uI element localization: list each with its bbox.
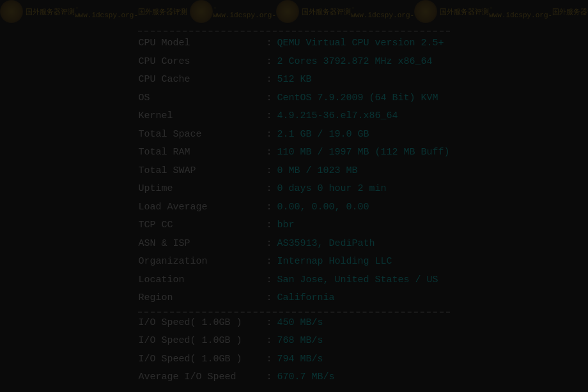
system-info-row: CPU Cores : 2 Cores 3792.872 MHz x86_64 <box>138 53 449 72</box>
row-separator: : <box>266 237 272 252</box>
system-info-row: CPU Model : QEMU Virtual CPU version 2.5… <box>138 34 449 53</box>
row-label: Total RAM <box>138 146 266 160</box>
row-separator: : <box>266 73 272 87</box>
system-info-row: ASN & ISP : AS35913, DediPath <box>138 235 449 253</box>
row-label: OS <box>138 91 266 106</box>
io-speed-row: I/O Speed( 1.0GB ) : 794 MB/s <box>138 351 449 369</box>
row-label: I/O Speed( 1.0GB ) <box>138 316 266 331</box>
row-label: I/O Speed( 1.0GB ) <box>138 334 266 349</box>
row-label: CPU Model <box>138 36 266 51</box>
io-speed-row: I/O Speed( 1.0GB ) : 768 MB/s <box>138 332 449 351</box>
row-value: San Jose, United States / US <box>277 273 438 288</box>
row-value: 2.1 GB / 19.0 GB <box>277 128 369 142</box>
row-label: CPU Cores <box>138 55 266 70</box>
row-label: Uptime <box>138 182 266 197</box>
system-info-row: Total RAM : 110 MB / 1997 MB (112 MB Buf… <box>138 144 449 162</box>
row-value: California <box>277 291 334 306</box>
row-separator: : <box>266 109 272 124</box>
system-info-row: Load Average : 0.00, 0.00, 0.00 <box>138 199 449 217</box>
row-label: Organization <box>138 255 266 269</box>
top-border <box>138 31 449 32</box>
row-label: Location <box>138 273 266 288</box>
system-info-row: CPU Cache : 512 KB <box>138 71 449 89</box>
row-value: AS35913, DediPath <box>277 237 375 252</box>
io-speed-section: I/O Speed( 1.0GB ) : 450 MB/sI/O Speed( … <box>138 314 449 387</box>
row-label: ASN & ISP <box>138 237 266 252</box>
row-separator: : <box>266 128 272 142</box>
system-info-row: Total SWAP : 0 MB / 1023 MB <box>138 162 449 181</box>
system-info-row: Organization : Internap Holding LLC <box>138 253 449 271</box>
row-separator: : <box>266 218 272 233</box>
row-value: 4.9.215-36.el7.x86_64 <box>277 109 398 124</box>
row-separator: : <box>266 55 272 70</box>
row-value: 0 days 0 hour 2 min <box>277 182 386 197</box>
system-info-row: Location : San Jose, United States / US <box>138 271 449 290</box>
row-separator: : <box>266 36 272 51</box>
row-value: 2 Cores 3792.872 MHz x86_64 <box>277 55 432 70</box>
system-info-row: Region : California <box>138 289 449 308</box>
section-divider <box>138 312 449 313</box>
row-value: QEMU Virtual CPU version 2.5+ <box>277 36 444 51</box>
row-separator: : <box>266 334 272 349</box>
row-separator: : <box>266 255 272 269</box>
system-info-row: Kernel : 4.9.215-36.el7.x86_64 <box>138 107 449 126</box>
row-separator: : <box>266 164 272 179</box>
io-speed-row: I/O Speed( 1.0GB ) : 450 MB/s <box>138 314 449 333</box>
row-label: Average I/O Speed <box>138 370 266 385</box>
row-label: Load Average <box>138 200 266 215</box>
row-value: CentOS 7.9.2009 (64 Bit) KVM <box>277 91 438 106</box>
row-separator: : <box>266 352 272 367</box>
row-value: 0.00, 0.00, 0.00 <box>277 200 369 215</box>
row-label: Total Space <box>138 128 266 142</box>
system-info-row: Uptime : 0 days 0 hour 2 min <box>138 180 449 199</box>
system-info-section: CPU Model : QEMU Virtual CPU version 2.5… <box>138 34 449 308</box>
row-separator: : <box>266 370 272 385</box>
row-label: TCP CC <box>138 218 266 233</box>
row-separator: : <box>266 91 272 106</box>
row-value: 794 MB/s <box>277 352 323 367</box>
row-value: 0 MB / 1023 MB <box>277 164 357 179</box>
row-value: Internap Holding LLC <box>277 255 392 269</box>
system-info-row: Total Space : 2.1 GB / 19.0 GB <box>138 126 449 144</box>
main-container: CPU Model : QEMU Virtual CPU version 2.5… <box>130 23 457 392</box>
row-value: 670.7 MB/s <box>277 370 334 385</box>
row-value: 110 MB / 1997 MB (112 MB Buff) <box>277 146 449 160</box>
row-label: Region <box>138 291 266 306</box>
row-separator: : <box>266 273 272 288</box>
row-separator: : <box>266 182 272 197</box>
row-separator: : <box>266 316 272 331</box>
io-speed-row: Average I/O Speed : 670.7 MB/s <box>138 368 449 387</box>
row-separator: : <box>266 146 272 160</box>
row-label: CPU Cache <box>138 73 266 87</box>
system-info-row: OS : CentOS 7.9.2009 (64 Bit) KVM <box>138 89 449 108</box>
row-label: Kernel <box>138 109 266 124</box>
row-value: bbr <box>277 218 294 233</box>
watermark-overlay: 国外服务器评测 -www.idcspy.org- 国外服务器评测 -www.id… <box>0 0 588 392</box>
row-label: Total SWAP <box>138 164 266 179</box>
row-separator: : <box>266 291 272 306</box>
row-value: 450 MB/s <box>277 316 323 331</box>
row-value: 512 KB <box>277 73 311 87</box>
row-label: I/O Speed( 1.0GB ) <box>138 352 266 367</box>
system-info-row: TCP CC : bbr <box>138 216 449 235</box>
row-separator: : <box>266 200 272 215</box>
row-value: 768 MB/s <box>277 334 323 349</box>
